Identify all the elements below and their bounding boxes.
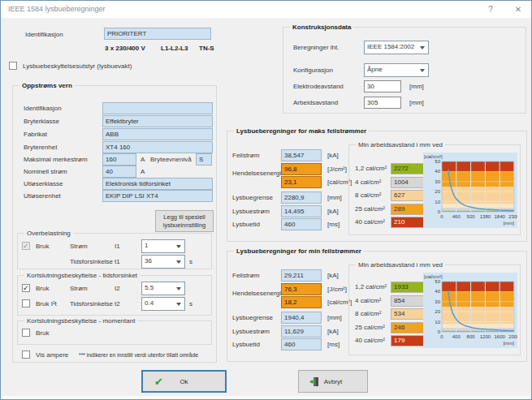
svg-text:2300: 2300 [508, 214, 517, 219]
identifikasjon-input[interactable]: PRIORITERT [104, 28, 211, 40]
utloserenhet-label: Utløserenhet [24, 192, 61, 200]
phase-config: L1-L2-L3 [161, 45, 188, 52]
nominell-unit: A [141, 168, 145, 175]
elektrode-input[interactable]: 30 [364, 80, 401, 92]
min-grense-label: Lysbuegrense [232, 314, 273, 321]
close-button[interactable]: ✕ [506, 1, 530, 18]
fabrikat-field: ABB [102, 128, 213, 140]
system-voltage: 3 x 230/400 V [105, 45, 145, 52]
merkestrom-label: Maksimal merkestrøm [24, 156, 88, 163]
maks-strom-unit: [kA] [327, 208, 339, 215]
ieee1584-dialog: IEEE 1584 lysbueberegninger ? ✕ Identifi… [0, 0, 532, 400]
t2-select[interactable]: 0.4 [141, 297, 185, 311]
kortslutning-bruk-checkbox[interactable] [22, 284, 30, 292]
arbeid-input[interactable]: 305 [364, 97, 401, 109]
beregninger-select[interactable]: IEEE 1584:2002 [364, 41, 429, 54]
maks-energy-distance-chart: 010203040500460920138018402300[cal/cm²][… [423, 153, 517, 228]
earthing-system: TN-S [199, 45, 214, 52]
maks-feilstrom-label: Feilstrøm [232, 152, 259, 159]
t1-select[interactable]: 36 [141, 255, 185, 269]
overbelastning-tid-label: Tidsforsinkelse [70, 258, 113, 265]
vern-identifikasjon-field [102, 102, 213, 114]
min-tid-field: 460 [281, 338, 322, 351]
elektrode-label: Elektrodeavstand [293, 83, 344, 90]
i2-select[interactable]: 5,5 [141, 282, 185, 295]
min-energi-cal-field: 18,2 [281, 296, 322, 308]
svg-text:[mm]: [mm] [504, 341, 515, 346]
maks-min-avstand-title: Min arbeidsavstand i mm ved [356, 141, 445, 148]
konfigurasjon-select[interactable]: Åpne [364, 63, 429, 77]
ok-button-label: Ok [143, 378, 225, 385]
merkestrom-field: 160 [102, 153, 136, 166]
svg-text:10: 10 [435, 320, 440, 325]
kortslutning-tids-title: Kortslutningsbeskyttelse - tidsforsinket [24, 272, 140, 279]
chevron-down-icon [176, 287, 181, 290]
chevron-down-icon [176, 260, 181, 264]
i1-label: I1 [115, 243, 120, 250]
svg-text:460: 460 [452, 214, 461, 219]
maks-energi-j-field: 96,8 [281, 163, 322, 175]
overbelastning-bruk-label: Bruk [36, 243, 49, 250]
oppstroms-vern-title: Oppstrøms vern [19, 82, 75, 89]
maks-energi-cal-field: 23,1 [281, 176, 322, 188]
threshold-label: 1,2 cal/cm² [355, 165, 387, 172]
bryterklasse-field: Effektbryter [102, 115, 213, 127]
threshold-label: 40 cal/cm² [355, 218, 385, 226]
min-feilstrom-unit: [kA] [327, 272, 339, 279]
svg-text:400: 400 [452, 334, 461, 339]
svg-text:920: 920 [467, 214, 476, 219]
t1-label: t1 [115, 258, 120, 265]
ok-button[interactable]: ✔ Ok [141, 370, 227, 393]
min-feilstrom-label: Feilstrøm [232, 272, 259, 279]
chevron-down-icon [176, 303, 181, 306]
maks-tid-field: 460 [281, 218, 322, 230]
nominell-field: 40 [102, 166, 136, 178]
elektrode-unit: [mm] [409, 83, 424, 90]
maks-title: Lysbueberegninger for maks feilstrømmer [234, 127, 369, 135]
i2-label: I2 [115, 285, 120, 292]
kortslutning-tid-label: Tidsforsinkelse [70, 300, 113, 308]
overbelastning-strom-label: Strøm [70, 243, 88, 250]
moment-bruk-checkbox[interactable] [22, 329, 30, 337]
lysbuevakt-label: Lysbuebeskyttelsesutstyr (lysbuevakt) [23, 62, 132, 70]
special-arc-setting-button[interactable]: Legg til spesiell lysbueinnstilling [155, 210, 214, 232]
t2-label: t2 [115, 300, 120, 308]
utloserklasse-field: Elektronisk tidforsinket [102, 178, 213, 190]
svg-text:[cal/cm²]: [cal/cm²] [424, 154, 443, 159]
maks-feilstrom-unit: [kA] [327, 152, 339, 159]
i1-select[interactable]: 1 [141, 239, 185, 253]
bryterenhet-field: XT4 160 [102, 141, 213, 153]
moment-bruk-label: Bruk [36, 329, 49, 337]
chevron-down-icon [420, 69, 425, 72]
min-strom-unit: [kA] [327, 328, 339, 335]
svg-text:1200: 1200 [480, 334, 491, 339]
kortslutning-bruk-label: Bruk [36, 285, 49, 292]
window-bottom-edge [2, 396, 530, 399]
vis-ampere-checkbox[interactable] [22, 351, 30, 359]
overbelastning-bruk-checkbox[interactable] [22, 242, 30, 250]
svg-text:1380: 1380 [480, 214, 491, 219]
cancel-button-label: Avbryt [299, 378, 367, 385]
maks-strom-field: 14,495 [281, 205, 322, 217]
utloserenhet-field: EKIP DIP LSI XT4 [102, 190, 213, 202]
maks-energi-label: Hendelsesenergi [232, 170, 281, 177]
min-energi-label: Hendelsesenergi [232, 290, 281, 297]
kortslutning-moment-title: Kortslutningsbeskyttelse - momentant [24, 317, 137, 325]
vis-ampere-label: Vis ampere [36, 351, 68, 359]
merkestrom-unit: A [141, 156, 145, 163]
svg-text:1840: 1840 [495, 214, 506, 219]
help-button[interactable]: ? [478, 1, 503, 18]
bruk-i2t-checkbox[interactable] [22, 299, 30, 308]
maks-tid-label: Lysbuetid [232, 221, 260, 228]
lysbuevakt-checkbox[interactable] [9, 62, 17, 70]
svg-text:[cal/cm²]: [cal/cm²] [424, 274, 443, 279]
vern-identifikasjon-label: Identifikasjon [24, 105, 62, 112]
t1-unit: s [189, 258, 192, 265]
svg-text:2000: 2000 [508, 334, 517, 339]
chevron-down-icon [420, 46, 425, 49]
cancel-button[interactable]: Avbryt [298, 370, 368, 393]
svg-text:10: 10 [435, 200, 440, 204]
min-min-avstand-title: Min arbeidsavstand i mm ved [356, 261, 445, 269]
threshold-label: 4 cal/cm² [355, 178, 381, 186]
maks-energi-j-unit: [J/cm²] [327, 166, 347, 173]
